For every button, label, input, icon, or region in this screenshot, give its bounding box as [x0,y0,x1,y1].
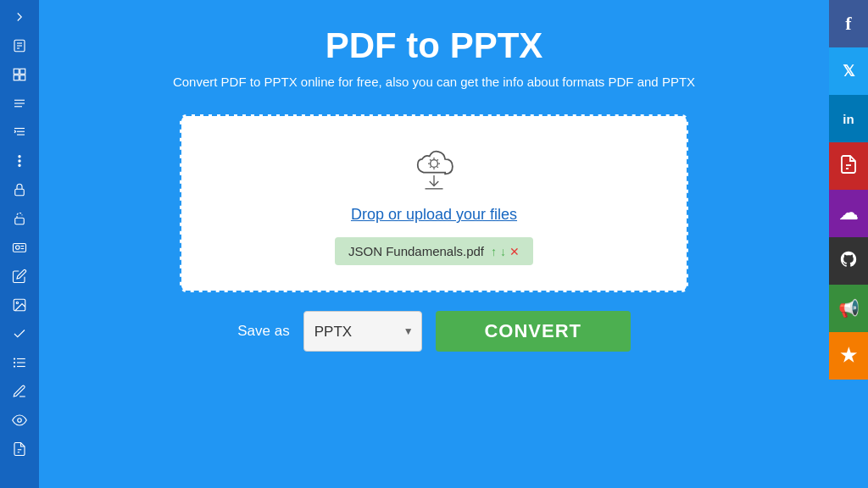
sidebar-btn-id[interactable] [4,234,35,261]
svg-line-41 [430,159,431,160]
sidebar-btn-pencil[interactable] [4,378,35,405]
github-button[interactable] [829,237,868,285]
svg-point-29 [14,362,15,363]
format-select[interactable]: PPTX PDF DOC DOCX PPT [303,311,422,352]
sidebar-btn-check[interactable] [4,320,35,347]
sidebar-btn-doc2[interactable] [4,435,35,463]
format-select-wrapper: PPTX PDF DOC DOCX PPT ▼ [303,311,422,352]
cloud-icon: ☁ [839,202,858,225]
upload-icon-wrapper [404,141,464,192]
page-title: PDF to PPTX [326,25,543,66]
move-up-icon[interactable]: ↑ [491,245,497,258]
sidebar-btn-dots[interactable] [4,147,35,175]
left-sidebar [0,0,39,488]
svg-point-30 [14,365,15,367]
right-sidebar: f 𝕏 in ☁ 📢 ★ [829,0,868,488]
sidebar-btn-image[interactable] [4,291,35,319]
svg-point-14 [19,156,20,158]
svg-point-16 [19,164,20,166]
svg-line-42 [437,167,438,168]
star-icon: ★ [840,345,857,367]
announce-icon: 📢 [838,298,860,319]
svg-point-20 [16,246,20,250]
svg-rect-7 [20,75,25,80]
facebook-icon: f [845,13,851,35]
sidebar-btn-indent[interactable] [4,119,35,146]
drop-zone[interactable]: Drop or upload your files JSON Fundamena… [180,114,688,292]
svg-point-15 [19,160,20,162]
save-as-label: Save as [237,323,289,340]
svg-line-44 [437,159,438,160]
bottom-controls: Save as PPTX PDF DOC DOCX PPT ▼ CONVERT [237,311,630,352]
file-pill: JSON Fundamenals.pdf ↑ ↓ ✕ [335,237,533,265]
drop-upload-link[interactable]: Drop or upload your files [351,206,517,224]
sidebar-btn-eye[interactable] [4,407,35,434]
linkedin-icon: in [843,112,854,126]
announce-button[interactable]: 📢 [829,285,868,332]
sidebar-btn-doc[interactable] [4,32,35,59]
sidebar-btn-chevron[interactable] [4,3,35,30]
svg-rect-17 [15,189,25,196]
cloud-button[interactable]: ☁ [829,190,868,237]
svg-point-28 [14,358,15,359]
svg-point-31 [18,419,22,423]
page-subtitle: Convert PDF to PPTX online for free, als… [173,75,695,89]
facebook-button[interactable]: f [829,0,868,47]
svg-rect-6 [14,75,19,80]
sidebar-btn-text[interactable] [4,90,35,117]
linkedin-button[interactable]: in [829,95,868,142]
main-content: PDF to PPTX Convert PDF to PPTX online f… [39,0,829,488]
twitter-button[interactable]: 𝕏 [829,47,868,95]
svg-point-36 [431,160,438,168]
svg-rect-5 [20,69,25,74]
convert-button[interactable]: CONVERT [436,311,631,352]
sidebar-btn-lock[interactable] [4,176,35,203]
remove-file-icon[interactable]: ✕ [509,245,520,258]
file-actions: ↑ ↓ ✕ [491,245,520,258]
sidebar-btn-grid[interactable] [4,61,35,88]
pdf-icon [838,154,859,179]
svg-rect-18 [15,218,25,225]
star-button[interactable]: ★ [829,332,868,380]
github-icon [839,250,858,273]
svg-point-24 [16,302,18,303]
pdf-button[interactable] [829,142,868,190]
svg-rect-4 [14,69,19,74]
sidebar-btn-unlock[interactable] [4,205,35,232]
file-name: JSON Fundamenals.pdf [348,244,484,258]
sidebar-btn-edit[interactable] [4,263,35,290]
twitter-icon: 𝕏 [843,62,855,80]
move-down-icon[interactable]: ↓ [500,245,506,258]
sidebar-btn-list[interactable] [4,349,35,376]
svg-line-43 [430,167,431,168]
